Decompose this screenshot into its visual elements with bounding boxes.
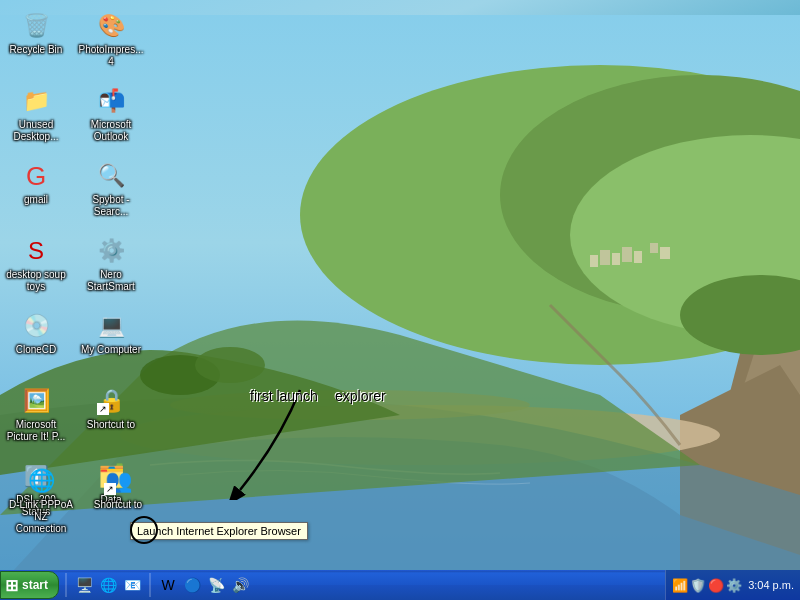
- annotation-explorer: explorer: [335, 388, 386, 404]
- recycle-bin-icon: 🗑️: [20, 10, 52, 42]
- ms-outlook-icon: 📬: [95, 85, 127, 117]
- gmail-icon: G: [20, 160, 52, 192]
- svg-marker-4: [680, 295, 800, 585]
- quick-launch-area: 🖥️ 🌐 📧: [69, 574, 147, 596]
- icon-desktop-soup[interactable]: S desktop souptoys: [0, 230, 72, 298]
- ms-picture-it-icon: 🖼️: [20, 385, 52, 417]
- svg-point-3: [570, 135, 800, 335]
- ql-ie[interactable]: 🌐: [97, 574, 119, 596]
- icon-my-computer[interactable]: 💻 My Computer: [75, 305, 147, 361]
- photoimpression-label: PhotoImpres...4: [78, 44, 143, 68]
- svg-rect-8: [590, 255, 598, 267]
- svg-marker-7: [680, 365, 800, 585]
- shortcut-arrow-1: ↗: [97, 403, 109, 415]
- nero-icon: ⚙️: [95, 235, 127, 267]
- photoimpression-icon: 🎨: [95, 10, 127, 42]
- svg-point-18: [195, 347, 265, 383]
- shortcut-1-label: Shortcut to: [87, 419, 135, 431]
- icon-spybot[interactable]: 🔍 Spybot -Searc...: [75, 155, 147, 223]
- windows-logo-icon: ⊞: [5, 576, 18, 595]
- my-computer-icon: 💻: [95, 310, 127, 342]
- icon-gmail[interactable]: G gmail: [0, 155, 72, 211]
- ql-word[interactable]: W: [157, 574, 179, 596]
- svg-point-2: [500, 75, 800, 315]
- dlink-icon: 🌐: [25, 465, 57, 497]
- icon-recycle-bin[interactable]: 🗑️ Recycle Bin: [0, 5, 72, 61]
- desktop: 🗑️ Recycle Bin 📁 UnusedDesktop... G gmai…: [0, 0, 800, 600]
- icon-microsoft-outlook[interactable]: 📬 MicrosoftOutlook: [75, 80, 147, 148]
- svg-rect-9: [600, 250, 610, 265]
- taskbar-divider-2: [149, 573, 151, 597]
- svg-rect-12: [634, 251, 642, 263]
- system-clock: 3:04 p.m.: [748, 579, 794, 591]
- svg-marker-5: [680, 305, 800, 585]
- ql-extra1[interactable]: 🔵: [181, 574, 203, 596]
- ql-show-desktop[interactable]: 🖥️: [73, 574, 95, 596]
- tray-antivirus-icon[interactable]: 🛡️: [690, 578, 706, 593]
- gmail-label: gmail: [24, 194, 48, 206]
- ie-tooltip: Launch Internet Explorer Browser: [130, 522, 308, 540]
- ql-extra2[interactable]: 📡: [205, 574, 227, 596]
- icon-ms-picture-it[interactable]: 🖼️ MicrosoftPicture It! P...: [0, 380, 72, 448]
- start-button[interactable]: ⊞ start: [0, 571, 59, 599]
- nero-label: NeroStartSmart: [87, 269, 135, 293]
- shortcut-arrow-2: ↗: [104, 483, 116, 495]
- icon-photoimpression[interactable]: 🎨 PhotoImpres...4: [75, 5, 147, 73]
- desktop-soup-label: desktop souptoys: [6, 269, 66, 293]
- quick-launch-extra: W 🔵 📡 🔊: [153, 574, 255, 596]
- ql-extra3[interactable]: 🔊: [229, 574, 251, 596]
- my-computer-label: My Computer: [81, 344, 141, 356]
- ms-picture-it-label: MicrosoftPicture It! P...: [7, 419, 66, 443]
- svg-point-1: [300, 65, 800, 365]
- unused-desktop-label: UnusedDesktop...: [13, 119, 58, 143]
- desktop-icons-container: 🗑️ Recycle Bin 📁 UnusedDesktop... G gmai…: [0, 5, 160, 535]
- dlink-label: D-Link PPPoANZ Connection: [8, 499, 74, 535]
- spybot-icon: 🔍: [95, 160, 127, 192]
- unused-desktop-icon: 📁: [20, 85, 52, 117]
- tray-network-icon[interactable]: 📶: [672, 578, 688, 593]
- ie-tooltip-text: Launch Internet Explorer Browser: [137, 525, 301, 537]
- svg-point-15: [120, 405, 720, 465]
- ms-outlook-label: MicrosoftOutlook: [91, 119, 132, 143]
- svg-rect-13: [650, 243, 658, 253]
- system-tray: 📶 🛡️ 🔴 ⚙️ 3:04 p.m.: [665, 570, 800, 600]
- recycle-bin-label: Recycle Bin: [10, 44, 63, 56]
- clonecd-icon: 💿: [20, 310, 52, 342]
- annotation-first-launch: first launch: [250, 388, 318, 404]
- svg-rect-11: [622, 247, 632, 262]
- clonecd-label: CloneCD: [16, 344, 57, 356]
- icon-dlink-pppoa[interactable]: 🌐 D-Link PPPoANZ Connection: [5, 460, 77, 540]
- svg-rect-10: [612, 253, 620, 265]
- ql-outlook[interactable]: 📧: [121, 574, 143, 596]
- icon-clonecd[interactable]: 💿 CloneCD: [0, 305, 72, 361]
- start-label: start: [22, 578, 48, 592]
- desktop-soup-icon: S: [20, 235, 52, 267]
- tray-extras[interactable]: ⚙️: [726, 578, 742, 593]
- tray-security-icon[interactable]: 🔴: [708, 578, 724, 593]
- shortcut-2-label: Shortcut to: [94, 499, 142, 511]
- shortcut-2-icon: 👥 ↗: [102, 465, 134, 497]
- icon-nero[interactable]: ⚙️ NeroStartSmart: [75, 230, 147, 298]
- icon-shortcut-to-2[interactable]: 👥 ↗ Shortcut to: [82, 460, 154, 516]
- taskbar-divider-1: [65, 573, 67, 597]
- icon-shortcut-to-1[interactable]: 🔒 ↗ Shortcut to: [75, 380, 147, 436]
- svg-rect-14: [660, 247, 670, 259]
- taskbar: ⊞ start 🖥️ 🌐 📧 W 🔵 📡 🔊 📶 🛡️ 🔴 ⚙️ 3:04 p.…: [0, 570, 800, 600]
- shortcut-1-icon: 🔒 ↗: [95, 385, 127, 417]
- spybot-label: Spybot -Searc...: [92, 194, 129, 218]
- icon-unused-desktop[interactable]: 📁 UnusedDesktop...: [0, 80, 72, 148]
- svg-point-6: [680, 275, 800, 355]
